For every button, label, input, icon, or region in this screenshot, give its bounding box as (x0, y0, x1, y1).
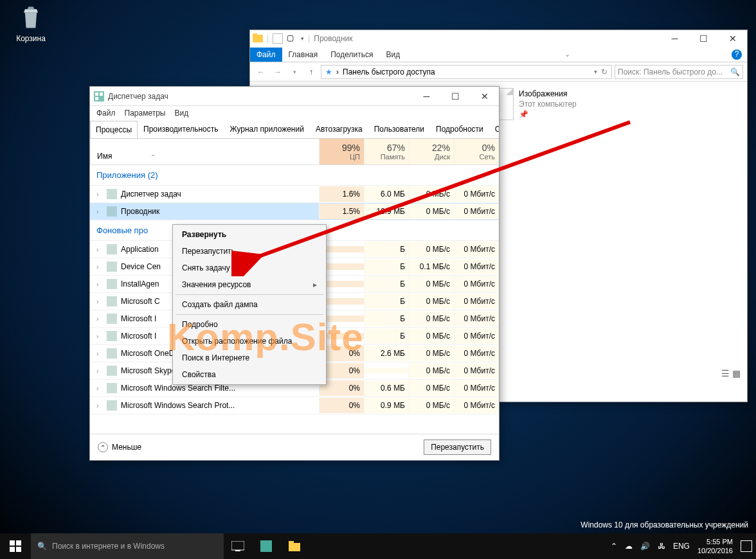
tray-notifications-icon[interactable] (741, 540, 752, 552)
col-cpu[interactable]: 99%ЦП (319, 139, 364, 164)
nav-up-icon[interactable]: ↑ (304, 65, 318, 79)
folder-item[interactable]: ИзображенияЭтот компьютер📌 (488, 88, 674, 120)
explorer-maximize[interactable]: ☐ (689, 30, 718, 48)
tm-menu-file[interactable]: Файл (96, 109, 116, 118)
address-bar[interactable]: ★ › Панель быстрого доступа ▾ ↻ (321, 65, 612, 79)
process-icon (107, 331, 117, 341)
tm-menu-view[interactable]: Вид (174, 109, 188, 118)
qat-dropdown-icon[interactable]: ▾ (301, 35, 304, 42)
tray-network-icon[interactable]: 🖧 (658, 542, 665, 551)
tray-onedrive-icon[interactable]: ☁ (625, 542, 633, 551)
qat-props-icon[interactable] (273, 33, 283, 44)
qat-divider: | (267, 34, 269, 43)
ctx-separator (176, 294, 323, 295)
svg-rect-17 (107, 400, 117, 411)
fewer-details-icon[interactable]: ⌃ (98, 442, 108, 452)
tm-tab[interactable]: Подробности (430, 120, 489, 138)
explorer-minimize[interactable]: ─ (660, 30, 689, 48)
taskbar-explorer-icon[interactable] (280, 533, 309, 559)
ctx-props[interactable]: Свойства (173, 366, 326, 383)
explorer-search[interactable]: Поиск: Панель быстрого до... 🔍 (615, 65, 743, 79)
task-view-icon[interactable] (224, 533, 252, 559)
ctx-resources[interactable]: Значения ресурсов▸ (173, 276, 326, 293)
desktop-watermark: Windows 10 для образовательных учреждени… (580, 520, 748, 529)
tm-menu-params[interactable]: Параметры (125, 109, 166, 118)
restart-button[interactable]: Перезапустить (424, 439, 491, 455)
expand-icon[interactable]: › (96, 333, 103, 340)
process-icon (107, 189, 117, 199)
expand-icon[interactable]: › (96, 385, 103, 392)
svg-rect-4 (100, 93, 103, 96)
nav-back-icon[interactable]: ← (254, 65, 268, 79)
sort-icon: ⌃ (150, 154, 156, 161)
tm-minimize[interactable]: ─ (412, 87, 441, 105)
taskbar-taskmgr-icon[interactable] (252, 533, 280, 559)
process-row[interactable]: ›Диспетчер задач1.6%6.0 МБ0 МБ/с0 Мбит/с (90, 186, 499, 203)
view-details-icon[interactable]: ☰ (721, 368, 730, 378)
refresh-icon[interactable]: ↻ (601, 67, 608, 76)
expand-icon[interactable]: › (96, 315, 103, 323)
ribbon-view[interactable]: Вид (379, 48, 406, 62)
process-row[interactable]: ›Microsoft Windows Search Prot...0%0.9 М… (90, 397, 499, 414)
expand-icon[interactable]: › (96, 263, 103, 271)
tm-tab[interactable]: Автозагрузка (310, 120, 368, 138)
tm-tab[interactable]: С... (489, 120, 499, 138)
expand-icon[interactable]: › (96, 281, 103, 288)
process-row[interactable]: ›Проводник1.5%16.9 МБ0 МБ/с0 Мбит/с (90, 203, 499, 220)
tray-lang[interactable]: ENG (673, 542, 690, 551)
ctx-expand[interactable]: Развернуть (173, 226, 326, 243)
tm-maximize[interactable]: ☐ (441, 87, 470, 105)
process-icon (107, 296, 117, 306)
tm-tab[interactable]: Журнал приложений (224, 120, 310, 138)
view-large-icon[interactable]: ▦ (732, 368, 741, 378)
col-name[interactable]: Имя (97, 152, 112, 161)
tray-clock[interactable]: 5:55 PM 10/20/2016 (698, 537, 733, 555)
svg-rect-1 (253, 33, 257, 35)
expand-icon[interactable]: › (96, 298, 103, 305)
ctx-dump[interactable]: Создать файл дампа (173, 296, 326, 313)
nav-fwd-icon[interactable]: → (271, 65, 285, 79)
tm-tab[interactable]: Пользователи (368, 120, 430, 138)
svg-rect-22 (16, 547, 21, 552)
ribbon-expand-icon[interactable]: ⌄ (564, 50, 570, 58)
expand-icon[interactable]: › (96, 402, 103, 409)
tray-volume-icon[interactable]: 🔊 (640, 542, 650, 551)
desktop-recycle-bin[interactable]: Корзина (12, 3, 50, 43)
expand-icon[interactable]: › (96, 368, 103, 375)
tm-tab[interactable]: Процессы (90, 121, 138, 139)
ribbon-home[interactable]: Главная (282, 48, 325, 62)
process-icon (107, 383, 117, 393)
svg-rect-3 (95, 93, 98, 96)
nav-drop-icon[interactable]: ▾ (287, 65, 302, 79)
svg-rect-12 (107, 314, 117, 324)
help-icon[interactable]: ? (732, 49, 742, 60)
process-name: Проводник (121, 207, 159, 216)
ribbon-share[interactable]: Поделиться (324, 48, 379, 62)
tray-up-icon[interactable]: ⌃ (611, 542, 617, 551)
ctx-endtask[interactable]: Снять задачу (173, 260, 326, 276)
qat-new-icon[interactable]: ▢ (287, 33, 297, 44)
expand-icon[interactable]: › (96, 191, 103, 198)
fewer-details[interactable]: Меньше (112, 443, 141, 452)
expand-icon[interactable]: › (96, 208, 103, 215)
expand-icon[interactable]: › (96, 246, 103, 253)
ctx-details[interactable]: Подробно (173, 316, 326, 333)
ctx-restart[interactable]: Перезапустить (173, 243, 326, 260)
col-net[interactable]: 0%Сеть (454, 139, 499, 164)
search-icon: 🔍 (730, 67, 740, 76)
taskbar-search[interactable]: 🔍 Поиск в интернете и в Windows (31, 533, 224, 559)
start-button[interactable] (0, 533, 31, 559)
addr-drop-icon[interactable]: ▾ (594, 68, 597, 75)
explorer-close[interactable]: ✕ (718, 30, 747, 48)
col-disk[interactable]: 22%Диск (409, 139, 454, 164)
process-icon (107, 366, 117, 376)
ctx-search[interactable]: Поиск в Интернете (173, 350, 326, 366)
ribbon-file[interactable]: Файл (250, 48, 282, 62)
tm-close[interactable]: ✕ (470, 87, 499, 105)
tm-tab[interactable]: Производительность (138, 120, 224, 138)
col-mem[interactable]: 67%Память (364, 139, 409, 164)
taskbar-search-text: Поиск в интернете и в Windows (52, 542, 165, 551)
expand-icon[interactable]: › (96, 350, 103, 357)
star-icon: ★ (325, 67, 332, 76)
ctx-openloc[interactable]: Открыть расположение файла (173, 333, 326, 350)
